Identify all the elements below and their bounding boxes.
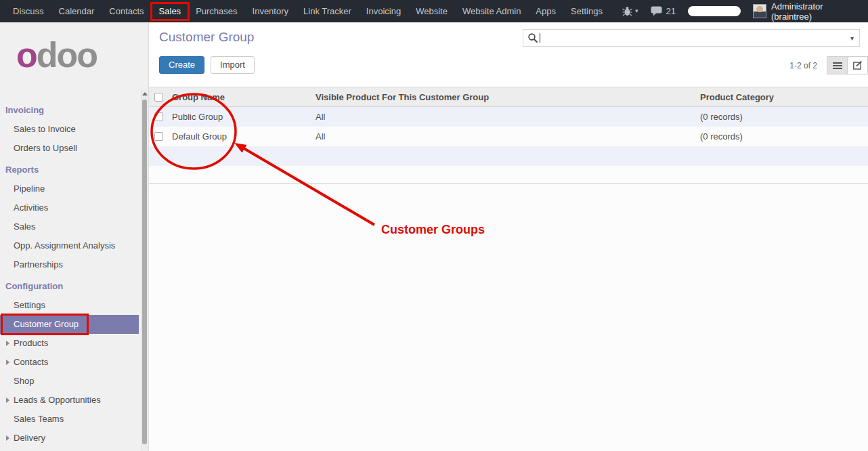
page-title: Customer Group [159, 30, 254, 45]
empty-row [149, 166, 868, 184]
search-icon [527, 33, 538, 43]
cell-product-category: (0 records) [696, 112, 868, 122]
bug-icon [622, 6, 632, 16]
edit-form-icon [853, 61, 863, 70]
topbar-right: ▾ 21 Administrator (braintree) [610, 0, 868, 22]
form-view-button[interactable] [847, 56, 868, 74]
avatar [753, 4, 766, 18]
sidebar-item-contacts[interactable]: Contacts [0, 353, 148, 372]
search-bar: ▾ [523, 29, 860, 47]
screen: Discuss Calendar Contacts Sales Purchase… [0, 0, 868, 451]
select-all-checkbox[interactable] [154, 93, 163, 102]
logo-letter-accent: o [16, 35, 37, 74]
import-button[interactable]: Import [211, 56, 255, 74]
messages-count: 21 [666, 6, 676, 16]
odoo-logo: odoo [0, 22, 148, 72]
cell-group-name: Default Group [168, 131, 311, 142]
menu-website[interactable]: Website [408, 0, 455, 22]
sidebar-section-reports: Reports [0, 158, 148, 179]
user-name: Administrator (braintree) [771, 1, 861, 22]
sidebar-item-products[interactable]: Products [0, 334, 148, 353]
user-menu[interactable]: Administrator (braintree) [753, 1, 861, 22]
menu-apps[interactable]: Apps [528, 0, 563, 22]
menu-sales-label: Sales [159, 6, 181, 16]
row-checkbox[interactable] [154, 132, 163, 141]
pager-area: 1-2 of 2 [789, 56, 868, 74]
list-icon [833, 62, 842, 70]
sidebar-item-leads-opportunities[interactable]: Leads & Opportunities [0, 391, 148, 410]
sidebar-scrollbar[interactable] [141, 90, 148, 451]
main-content: Customer Group ▾ Create Import 1-2 of 2 [149, 22, 868, 451]
sidebar-section-configuration: Configuration [0, 274, 148, 296]
list-view-button[interactable] [827, 56, 848, 74]
logo-letters: doo [37, 35, 97, 74]
sidebar-item-sales-teams[interactable]: Sales Teams [0, 410, 148, 429]
column-header-visible-product[interactable]: Visible Product For This Customer Group [311, 92, 696, 102]
sidebar-item-opp-assignment-analysis[interactable]: Opp. Assignment Analysis [0, 236, 148, 255]
cell-product-category: (0 records) [696, 131, 868, 142]
row-checkbox[interactable] [154, 112, 163, 121]
cell-group-name: Public Group [168, 112, 311, 122]
sidebar-item-shop[interactable]: Shop [0, 372, 148, 391]
menu-invoicing[interactable]: Invoicing [359, 0, 408, 22]
progress-pill[interactable] [688, 6, 741, 16]
scrollbar-thumb[interactable] [142, 100, 147, 444]
menu-settings[interactable]: Settings [563, 0, 610, 22]
control-panel: Customer Group ▾ Create Import 1-2 of 2 [149, 22, 868, 87]
column-header-product-category[interactable]: Product Category [696, 92, 868, 102]
cell-visible-product: All [311, 112, 696, 122]
search-dropdown-caret-icon[interactable]: ▾ [849, 35, 855, 42]
menu-inventory[interactable]: Inventory [245, 0, 296, 22]
menu-link-tracker[interactable]: Link Tracker [296, 0, 359, 22]
sidebar-item-partnerships[interactable]: Partnerships [0, 255, 148, 274]
topbar: Discuss Calendar Contacts Sales Purchase… [0, 0, 868, 22]
expand-arrow-icon [6, 360, 9, 365]
menu-calendar[interactable]: Calendar [51, 0, 102, 22]
menu-website-admin[interactable]: Website Admin [455, 0, 528, 22]
chevron-down-icon: ▾ [635, 0, 638, 22]
search-input[interactable] [544, 33, 849, 44]
debug-menu[interactable]: ▾ [622, 0, 638, 22]
sidebar-item-sales-to-invoice[interactable]: Sales to Invoice [0, 120, 148, 139]
sidebar-item-settings[interactable]: Settings [0, 296, 148, 315]
sidebar-item-activities[interactable]: Activities [0, 198, 148, 217]
chat-bubble-icon [651, 6, 662, 16]
sidebar: odoo Invoicing Sales to Invoice Orders t… [0, 22, 149, 451]
table-header-row: Group Name Visible Product For This Cust… [149, 87, 868, 107]
menu-discuss[interactable]: Discuss [5, 0, 51, 22]
view-switcher [827, 56, 868, 74]
customer-group-table: Group Name Visible Product For This Cust… [149, 87, 868, 184]
scroll-up-icon[interactable] [142, 92, 148, 95]
empty-row [149, 146, 868, 166]
table-bottom-border [149, 184, 868, 184]
menu-contacts[interactable]: Contacts [102, 0, 151, 22]
sidebar-item-customer-group[interactable]: Customer Group [0, 315, 139, 334]
sidebar-item-orders-to-upsell[interactable]: Orders to Upsell [0, 139, 148, 158]
messages-menu[interactable]: 21 [651, 6, 676, 16]
button-area: Create Import [159, 56, 255, 74]
cell-visible-product: All [311, 131, 696, 142]
text-cursor [540, 33, 540, 43]
sidebar-item-pipeline[interactable]: Pipeline [0, 179, 148, 198]
table-row[interactable]: Default Group All (0 records) [149, 127, 868, 146]
menu-purchases[interactable]: Purchases [188, 0, 244, 22]
pager-text: 1-2 of 2 [789, 61, 817, 70]
table-row[interactable]: Public Group All (0 records) [149, 107, 868, 127]
sidebar-item-sales[interactable]: Sales [0, 217, 148, 236]
column-header-group-name[interactable]: Group Name [168, 92, 311, 102]
menu-sales[interactable]: Sales [152, 0, 189, 22]
create-button[interactable]: Create [159, 56, 204, 74]
expand-arrow-icon [6, 398, 9, 403]
expand-arrow-icon [6, 435, 9, 441]
sidebar-item-delivery[interactable]: Delivery [0, 429, 148, 448]
sidebar-menu: Invoicing Sales to Invoice Orders to Ups… [0, 98, 148, 448]
sidebar-section-invoicing: Invoicing [0, 98, 148, 120]
expand-arrow-icon [6, 341, 9, 346]
